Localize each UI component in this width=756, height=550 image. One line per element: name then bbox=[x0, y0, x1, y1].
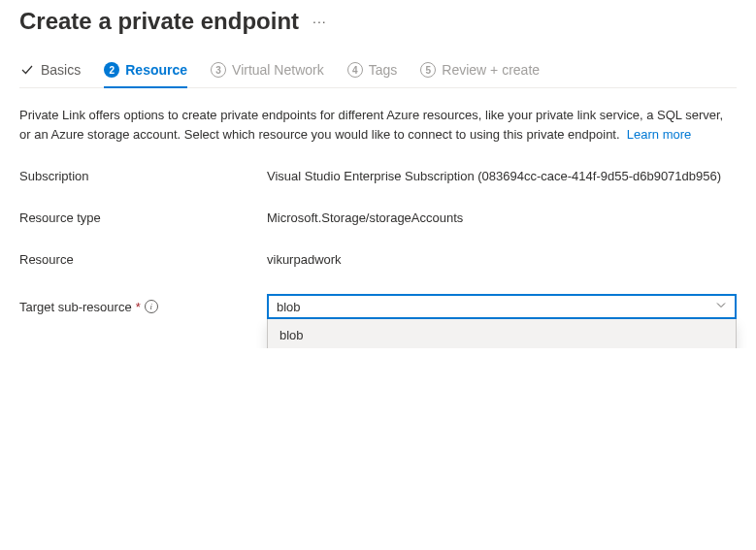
tab-label: Tags bbox=[369, 62, 398, 78]
tab-review-create[interactable]: 5 Review + create bbox=[420, 62, 540, 87]
tab-basics[interactable]: Basics bbox=[19, 62, 81, 87]
description-text: Private Link offers options to create pr… bbox=[19, 106, 737, 144]
step-number-badge: 2 bbox=[104, 62, 119, 78]
resource-type-value: Microsoft.Storage/storageAccounts bbox=[267, 210, 737, 225]
target-sub-resource-dropdown[interactable]: blob bbox=[267, 294, 737, 319]
tab-resource[interactable]: 2 Resource bbox=[104, 62, 187, 87]
resource-label: Resource bbox=[19, 252, 267, 267]
wizard-tabs: Basics 2 Resource 3 Virtual Network 4 Ta… bbox=[19, 62, 737, 88]
learn-more-link[interactable]: Learn more bbox=[627, 127, 691, 142]
subscription-value: Visual Studio Enterprise Subscription (0… bbox=[267, 169, 737, 183]
checkmark-icon bbox=[19, 62, 35, 78]
tab-virtual-network[interactable]: 3 Virtual Network bbox=[211, 62, 324, 87]
page-title: Create a private endpoint bbox=[19, 8, 299, 35]
tab-label: Review + create bbox=[442, 62, 540, 78]
step-number-badge: 5 bbox=[420, 62, 436, 78]
tab-label: Basics bbox=[41, 62, 81, 78]
target-sub-resource-label: Target sub-resource * i bbox=[19, 300, 267, 314]
resource-type-label: Resource type bbox=[19, 210, 267, 225]
chevron-down-icon bbox=[715, 300, 727, 314]
subscription-label: Subscription bbox=[19, 169, 267, 183]
info-icon[interactable]: i bbox=[145, 300, 158, 313]
dropdown-selected-value: blob bbox=[277, 300, 301, 314]
step-number-badge: 3 bbox=[211, 62, 226, 78]
dropdown-option[interactable]: blob bbox=[268, 319, 736, 348]
resource-value: vikurpadwork bbox=[267, 252, 737, 267]
dropdown-options-list: blobtablequeuefilewebdfs bbox=[267, 319, 737, 348]
tab-label: Virtual Network bbox=[232, 62, 324, 78]
step-number-badge: 4 bbox=[347, 62, 363, 78]
required-indicator: * bbox=[136, 300, 141, 314]
tab-label: Resource bbox=[125, 62, 187, 78]
tab-tags[interactable]: 4 Tags bbox=[347, 62, 398, 87]
more-icon[interactable]: ··· bbox=[312, 14, 327, 29]
